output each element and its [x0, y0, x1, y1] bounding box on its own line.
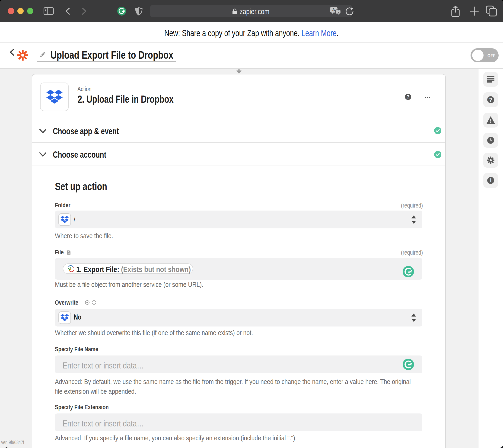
svg-text:A: A [332, 8, 335, 12]
svg-text:文: 文 [337, 10, 340, 14]
